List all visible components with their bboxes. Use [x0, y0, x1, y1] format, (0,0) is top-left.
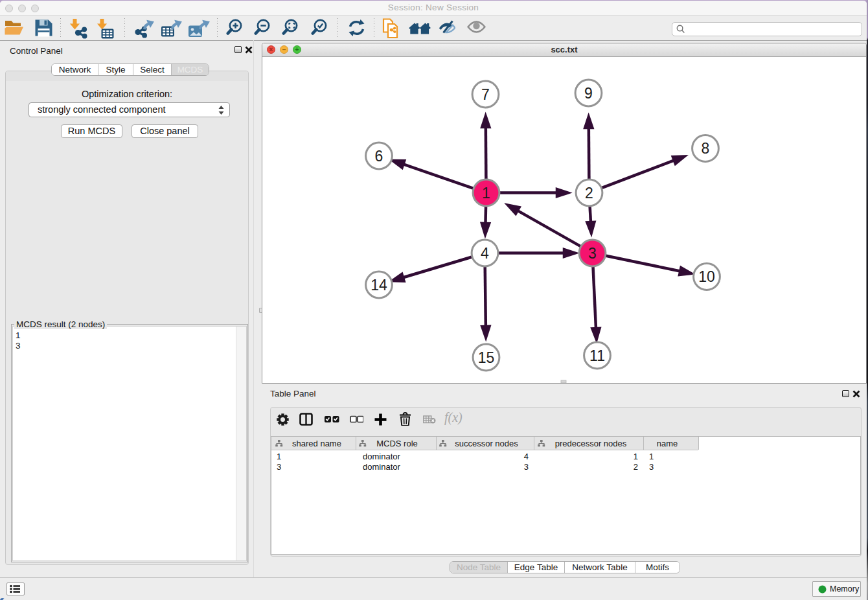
- svg-text:10: 10: [698, 268, 715, 285]
- svg-text:9: 9: [584, 85, 593, 102]
- svg-text:11: 11: [589, 347, 605, 364]
- svg-text:3: 3: [588, 245, 597, 262]
- svg-text:7: 7: [481, 86, 490, 103]
- svg-text:4: 4: [481, 245, 489, 262]
- svg-text:14: 14: [371, 277, 387, 294]
- svg-text:1: 1: [482, 185, 490, 202]
- svg-text:15: 15: [478, 349, 495, 366]
- svg-text:8: 8: [702, 140, 710, 157]
- svg-text:2: 2: [585, 185, 593, 202]
- svg-text:6: 6: [375, 148, 383, 165]
